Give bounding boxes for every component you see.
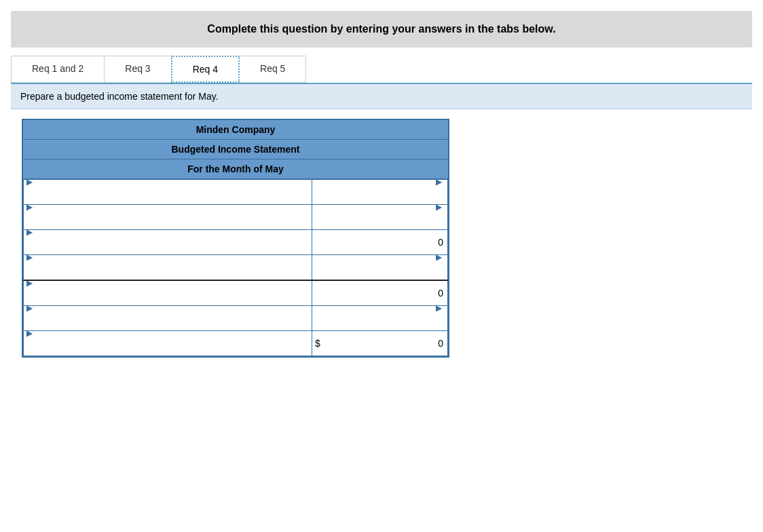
label-cell-4: ▶ [24, 255, 312, 281]
table-row: ▶ ▶ [24, 306, 448, 331]
dollar-sign-label: $ [315, 338, 320, 349]
value-input-7[interactable] [323, 338, 443, 349]
label-input-7[interactable] [26, 338, 309, 360]
instruction-bar: Prepare a budgeted income statement for … [11, 84, 752, 109]
statement-title-header: Budgeted Income Statement [23, 140, 448, 159]
arrow-icon-7: ▶ [26, 328, 33, 338]
arrow-icon-1b: ▶ [436, 177, 442, 187]
value-cell-7: $ [312, 331, 448, 356]
header-bar: Complete this question by entering your … [11, 11, 752, 48]
value-cell-1: ▶ [312, 180, 448, 205]
arrow-icon-2: ▶ [26, 202, 33, 212]
label-cell-6: ▶ [24, 306, 312, 331]
value-cell-6: ▶ [312, 306, 448, 331]
arrow-icon-6: ▶ [26, 303, 33, 313]
data-table: ▶ ▶ ▶ ▶ [23, 179, 448, 356]
arrow-icon-2b: ▶ [436, 202, 442, 212]
table-row: ▶ ▶ [24, 180, 448, 205]
label-cell-1: ▶ [24, 180, 312, 205]
arrow-icon-3: ▶ [26, 227, 33, 237]
arrow-icon-4b: ▶ [436, 252, 442, 262]
value-cell-3 [312, 230, 448, 255]
company-name-header: Minden Company [23, 120, 448, 140]
table-row: ▶ ▶ [24, 205, 448, 230]
label-cell-3: ▶ [24, 230, 312, 255]
table-row: ▶ [24, 230, 448, 255]
value-cell-5 [312, 280, 448, 306]
label-cell-2: ▶ [24, 205, 312, 230]
instruction-text: Prepare a budgeted income statement for … [20, 91, 219, 102]
value-input-5[interactable] [315, 282, 443, 304]
tabs-container: Req 1 and 2 Req 3 Req 4 Req 5 [11, 56, 752, 84]
arrow-icon-4: ▶ [26, 252, 33, 262]
page-title: Complete this question by entering your … [24, 23, 739, 35]
arrow-icon-5: ▶ [26, 278, 33, 288]
tab-req4[interactable]: Req 4 [171, 56, 240, 83]
label-cell-5: ▶ [24, 280, 312, 306]
tab-req3[interactable]: Req 3 [104, 56, 171, 83]
value-cell-2: ▶ [312, 205, 448, 230]
value-input-3[interactable] [315, 231, 443, 253]
tab-req1and2[interactable]: Req 1 and 2 [11, 56, 105, 83]
table-row: ▶ $ [24, 331, 448, 356]
arrow-icon-1: ▶ [26, 177, 33, 187]
table-row: ▶ ▶ [24, 255, 448, 281]
tab-req5[interactable]: Req 5 [239, 56, 306, 83]
table-row: ▶ [24, 280, 448, 306]
value-cell-4: ▶ [312, 255, 448, 281]
arrow-icon-6b: ▶ [436, 303, 442, 313]
income-statement-table: Minden Company Budgeted Income Statement… [22, 119, 449, 358]
label-cell-7: ▶ [24, 331, 312, 356]
period-header: For the Month of May [23, 159, 448, 179]
